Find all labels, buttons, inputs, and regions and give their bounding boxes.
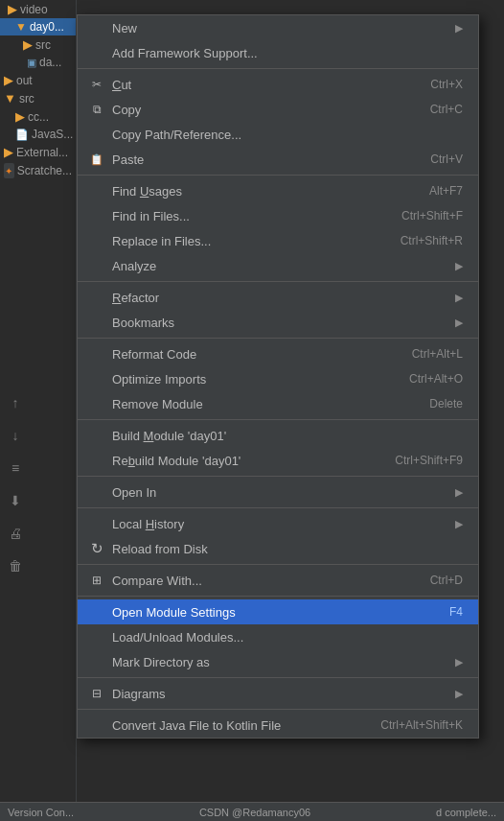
menu-arrow-diagrams: ▶ [455,688,463,700]
menu-item-compare-with[interactable]: ⊞ Compare With... Ctrl+D [78,568,478,593]
separator-11 [78,709,478,710]
paste-icon: 📋 [89,152,104,167]
menu-icon-open-module-settings [89,604,104,620]
separator-10 [78,677,478,678]
menu-icon-find-usages [89,183,104,199]
watermark: CSDN @Redamancy06 [199,807,310,818]
menu-arrow-analyze: ▶ [455,260,463,272]
separator-1 [78,68,478,69]
tree-item-out[interactable]: ▶ out [0,71,76,89]
shortcut-optimize-imports: Ctrl+Alt+O [409,372,463,386]
menu-item-reload-from-disk[interactable]: ↻ Reload from Disk [78,536,478,561]
menu-item-new[interactable]: New ▶ [78,15,478,40]
tree-item-day0[interactable]: ▼ day0... [0,18,76,35]
trash-icon[interactable]: 🗑 [4,554,27,577]
print-icon[interactable]: 🖨 [4,522,27,545]
menu-item-paste[interactable]: 📋 Paste Ctrl+V [78,147,478,172]
menu-item-cut[interactable]: ✂ Cut Ctrl+X [78,72,478,97]
tree-item-src2[interactable]: ▼ src [0,89,76,107]
menu-item-build-module[interactable]: Build Module 'day01' [78,423,478,448]
menu-arrow-mark-directory-as: ▶ [455,656,463,669]
menu-label-new: New [112,21,137,35]
menu-item-replace-in-files[interactable]: Replace in Files... Ctrl+Shift+R [78,228,478,253]
menu-item-load-unload-modules[interactable]: Load/Unload Modules... [78,624,478,649]
menu-item-copy-path[interactable]: Copy Path/Reference... [78,122,478,147]
menu-arrow-bookmarks: ▶ [455,317,463,329]
menu-label-refactor: Refactor [112,291,159,305]
tree-item-src1[interactable]: ▶ src [0,35,76,54]
menu-icon-mark-directory-as [89,654,104,669]
menu-item-reformat-code[interactable]: Reformat Code Ctrl+Alt+L [78,341,478,366]
shortcut-remove-module: Delete [429,397,463,410]
shortcut-find-in-files: Ctrl+Shift+F [401,209,463,223]
context-menu: New ▶ Add Framework Support... ✂ Cut Ctr… [77,14,479,739]
shortcut-paste: Ctrl+V [430,152,463,166]
tree-item-external[interactable]: ▶ External... [0,143,76,161]
shortcut-copy: Ctrl+C [430,103,463,116]
menu-icon-remove-module [89,396,104,411]
menu-item-diagrams[interactable]: ⊟ Diagrams ▶ [78,681,478,706]
down-icon[interactable]: ↓ [4,424,27,447]
shortcut-replace-in-files: Ctrl+Shift+R [401,234,463,247]
menu-item-open-module-settings[interactable]: Open Module Settings F4 [78,599,478,624]
menu-item-open-in[interactable]: Open In ▶ [78,480,478,504]
menu-label-build-module: Build Module 'day01' [112,429,226,443]
menu-label-convert-java: Convert Java File to Kotlin File [112,718,281,733]
file-icon-da: ▣ [27,57,36,69]
separator-7 [78,507,478,508]
menu-item-refactor[interactable]: Refactor ▶ [78,285,478,310]
menu-label-paste: Paste [112,152,144,167]
menu-item-mark-directory-as[interactable]: Mark Directory as ▶ [78,649,478,674]
menu-icon-open-in [89,484,104,500]
menu-icon-new [89,20,104,35]
menu-label-compare-with: Compare With... [112,574,202,588]
up-icon[interactable]: ↑ [4,391,27,414]
menu-item-add-framework[interactable]: Add Framework Support... [78,40,478,65]
download-icon[interactable]: ⬇ [4,489,27,512]
menu-label-mark-directory-as: Mark Directory as [112,655,210,669]
menu-item-bookmarks[interactable]: Bookmarks ▶ [78,310,478,335]
tree-item-javas[interactable]: 📄 JavaS... [0,126,76,143]
tree-item-scratche[interactable]: ✦ Scratche... [0,161,76,180]
scissors-icon: ✂ [89,77,104,92]
menu-item-remove-module[interactable]: Remove Module Delete [78,391,478,416]
tree-item-video[interactable]: ▶ video [0,0,76,18]
folder-icon-day0: ▼ [15,20,27,34]
menu-label-replace-in-files: Replace in Files... [112,234,211,248]
menu-item-rebuild-module[interactable]: Rebuild Module 'day01' Ctrl+Shift+F9 [78,448,478,473]
menu-item-find-in-files[interactable]: Find in Files... Ctrl+Shift+F [78,203,478,228]
menu-item-find-usages[interactable]: Find Usages Alt+F7 [78,178,478,203]
menu-item-analyze[interactable]: Analyze ▶ [78,253,478,278]
icon-scratche: ✦ [4,163,14,178]
list-icon[interactable]: ≡ [4,457,27,480]
menu-item-optimize-imports[interactable]: Optimize Imports Ctrl+Alt+O [78,366,478,391]
menu-item-copy[interactable]: ⧉ Copy Ctrl+C [78,97,478,122]
menu-icon-reformat-code [89,346,104,362]
menu-label-find-usages: Find Usages [112,184,182,199]
menu-label-analyze: Analyze [112,259,156,273]
menu-label-rebuild-module: Rebuild Module 'day01' [112,454,241,468]
menu-icon-load-unload-modules [89,629,104,645]
tree-item-da[interactable]: ▣ da... [0,54,76,71]
menu-item-convert-java[interactable]: Convert Java File to Kotlin File Ctrl+Al… [78,713,478,738]
reload-icon: ↻ [89,541,104,556]
file-icon-javas: 📄 [15,129,29,141]
menu-label-reload-from-disk: Reload from Disk [112,542,208,556]
menu-item-local-history[interactable]: Local History ▶ [78,511,478,536]
copy-icon: ⧉ [89,102,104,117]
menu-icon-build-module [89,428,104,443]
menu-arrow-open-in: ▶ [455,486,463,499]
separator-3 [78,281,478,282]
shortcut-compare-with: Ctrl+D [430,574,463,587]
separator-8 [78,564,478,565]
menu-arrow-refactor: ▶ [455,292,463,304]
separator-4 [78,338,478,339]
menu-label-optimize-imports: Optimize Imports [112,372,206,387]
menu-icon-bookmarks [89,315,104,330]
separator-6 [78,476,478,477]
tree-item-cc[interactable]: ▶ cc... [0,107,76,126]
menu-icon-rebuild-module [89,453,104,468]
folder-icon-video: ▶ [8,2,17,16]
folder-icon-src1: ▶ [23,37,33,52]
menu-label-load-unload-modules: Load/Unload Modules... [112,630,243,645]
